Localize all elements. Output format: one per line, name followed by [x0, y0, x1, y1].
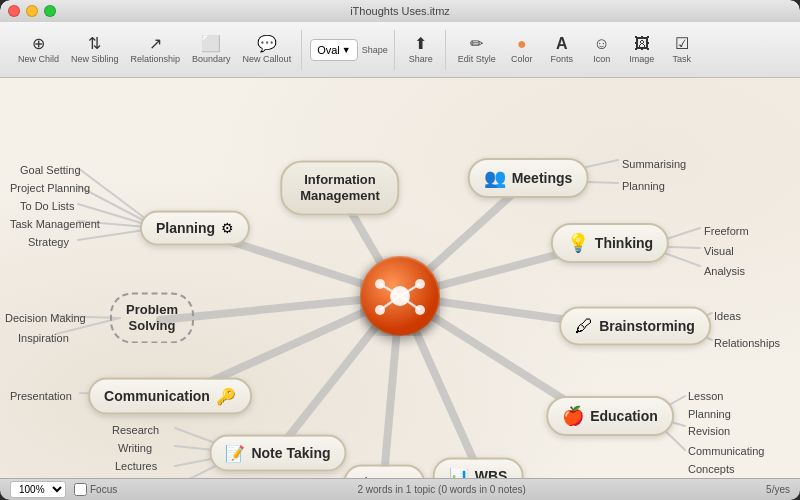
visual-label: Visual: [704, 245, 734, 257]
boundary-label: Boundary: [192, 54, 231, 64]
close-button[interactable]: [8, 5, 20, 17]
mind-map-canvas[interactable]: InformationManagement 👥 Meetings 💡 Think…: [0, 78, 800, 478]
toolbar-create-group: ⊕ New Child ⇅ New Sibling ↗ Relationship…: [8, 30, 302, 70]
fonts-button[interactable]: A Fonts: [544, 34, 580, 66]
brainstorming-label: Brainstorming: [599, 318, 695, 335]
ideas-label: Ideas: [714, 310, 741, 322]
topic-problem-solving[interactable]: ProblemSolving: [110, 292, 194, 343]
image-button[interactable]: 🖼 Image: [624, 34, 660, 66]
icon-icon: ☺: [594, 36, 610, 52]
summarising-label: Summarising: [622, 158, 686, 170]
focus-checkbox[interactable]: [74, 483, 87, 496]
window-title: iThoughts Uses.itmz: [350, 5, 450, 17]
new-callout-button[interactable]: 💬 New Callout: [239, 34, 296, 66]
maximize-button[interactable]: [44, 5, 56, 17]
topic-note-taking[interactable]: 📝 Note Taking: [209, 435, 346, 472]
toolbar-style-group: ✏ Edit Style ● Color A Fonts ☺ Icon 🖼 Im…: [448, 30, 706, 70]
minimize-button[interactable]: [26, 5, 38, 17]
presentation-label: Presentation: [10, 390, 72, 402]
task-label: Task: [672, 54, 691, 64]
boundary-button[interactable]: ⬜ Boundary: [188, 34, 235, 66]
lesson-planning-label: LessonPlanning: [688, 390, 731, 420]
toolbar-share-group: ⬆ Share: [397, 30, 446, 70]
image-label: Image: [629, 54, 654, 64]
wbs-label: WBS: [475, 468, 508, 478]
topic-wbs[interactable]: 📊 WBS: [433, 458, 524, 479]
relationship-button[interactable]: ↗ Relationship: [127, 34, 185, 66]
wbs-icon: 📊: [449, 467, 469, 479]
thinking-icon: 💡: [567, 232, 589, 254]
new-child-label: New Child: [18, 54, 59, 64]
share-button[interactable]: ⬆ Share: [403, 34, 439, 66]
status-text: 2 words in 1 topic (0 words in 0 notes): [357, 484, 525, 495]
toolbar-shape-group: Oval ▼ Shape: [304, 30, 395, 70]
share-icon: ⬆: [414, 36, 427, 52]
edit-style-button[interactable]: ✏ Edit Style: [454, 34, 500, 66]
color-button[interactable]: ● Color: [504, 34, 540, 66]
image-icon: 🖼: [634, 36, 650, 52]
planning-icon: ⚙: [221, 220, 234, 236]
boundary-icon: ⬜: [201, 36, 221, 52]
note-taking-icon: 📝: [225, 444, 245, 463]
leaf-communicating-concepts: CommunicatingConcepts: [688, 441, 764, 477]
relationship-icon: ↗: [149, 36, 162, 52]
leaf-to-do-lists: To Do Lists: [20, 196, 74, 214]
topic-thinking[interactable]: 💡 Thinking: [551, 223, 669, 263]
new-child-icon: ⊕: [32, 36, 45, 52]
leaf-strategy: Strategy: [28, 232, 69, 250]
meetings-label: Meetings: [512, 170, 573, 187]
gtd-label: GTD: [379, 475, 409, 478]
decision-making-label: Decision Making: [5, 312, 86, 324]
info-management-label: InformationManagement: [300, 172, 379, 203]
leaf-planning-meetings: Planning: [622, 176, 665, 194]
education-icon: 🍎: [562, 405, 584, 427]
center-node[interactable]: [360, 256, 440, 336]
leaf-meetings-note: Meetings: [115, 474, 160, 478]
leaf-ideas: Ideas: [714, 306, 741, 324]
leaf-relationships: Relationships: [714, 333, 780, 351]
icon-label: Icon: [593, 54, 610, 64]
edit-style-icon: ✏: [470, 36, 483, 52]
planning-meetings-label: Planning: [622, 180, 665, 192]
topic-communication[interactable]: Communication 🔑: [88, 378, 252, 415]
leaf-task-management: Task Management: [10, 214, 100, 232]
style-indicator: 5/yes: [766, 484, 790, 495]
topic-gtd[interactable]: ⚙ GTD: [343, 465, 425, 479]
new-sibling-icon: ⇅: [88, 36, 101, 52]
relationships-label: Relationships: [714, 337, 780, 349]
leaf-presentation: Presentation: [10, 386, 72, 404]
communication-icon: 🔑: [216, 387, 236, 406]
statusbar: 100% 75% 150% Focus 2 words in 1 topic (…: [0, 478, 800, 500]
communication-label: Communication: [104, 388, 210, 405]
titlebar: iThoughts Uses.itmz: [0, 0, 800, 22]
leaf-analysis: Analysis: [704, 261, 745, 279]
focus-checkbox-label: Focus: [74, 483, 117, 496]
new-sibling-label: New Sibling: [71, 54, 119, 64]
color-icon: ●: [517, 36, 527, 52]
task-button[interactable]: ☑ Task: [664, 34, 700, 66]
topic-meetings[interactable]: 👥 Meetings: [468, 158, 589, 198]
task-icon: ☑: [675, 36, 689, 52]
thinking-label: Thinking: [595, 235, 653, 252]
leaf-summarising: Summarising: [622, 154, 686, 172]
callout-icon: 💬: [257, 36, 277, 52]
leaf-lesson-planning: LessonPlanning: [688, 386, 731, 422]
new-sibling-button[interactable]: ⇅ New Sibling: [67, 34, 123, 66]
shape-dropdown[interactable]: Oval ▼: [310, 39, 358, 61]
leaf-revision: Revision: [688, 421, 730, 439]
zoom-select[interactable]: 100% 75% 150%: [10, 481, 66, 498]
topic-education[interactable]: 🍎 Education: [546, 396, 674, 436]
topic-info-management[interactable]: InformationManagement: [280, 160, 399, 215]
education-label: Education: [590, 408, 658, 425]
new-child-button[interactable]: ⊕ New Child: [14, 34, 63, 66]
shape-section-label: Shape: [362, 45, 388, 55]
share-label: Share: [409, 54, 433, 64]
toolbar: ⊕ New Child ⇅ New Sibling ↗ Relationship…: [0, 22, 800, 78]
fonts-icon: A: [556, 36, 568, 52]
topic-brainstorming[interactable]: 🖊 Brainstorming: [559, 307, 711, 346]
leaf-research: Research: [112, 420, 159, 438]
topic-planning[interactable]: Planning ⚙: [140, 211, 250, 246]
icon-button[interactable]: ☺ Icon: [584, 34, 620, 66]
gtd-icon: ⚙: [359, 474, 373, 479]
inspiration-label: Inspiration: [18, 332, 69, 344]
